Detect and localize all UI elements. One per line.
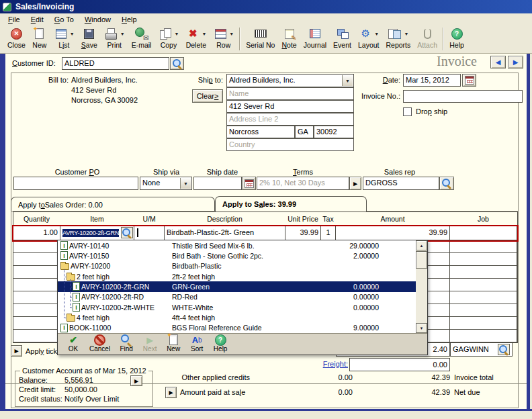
toolbar-button-help[interactable]: Help: [446, 26, 468, 50]
list-item-avry-10200-2ft-grn[interactable]: IAVRY-10200-2ft-GRNGRN-Green0.00000: [58, 281, 416, 291]
table-cell[interactable]: [13, 253, 60, 266]
toolbar-button-attach[interactable]: Attach: [414, 26, 441, 50]
customer-id-input[interactable]: ALDRED: [62, 57, 169, 70]
scrollbar-thumb[interactable]: [416, 251, 427, 269]
toolbar-button-print[interactable]: ▼Print: [101, 26, 128, 50]
table-cell[interactable]: AVRY-10200-2ft-GRN: [60, 226, 134, 240]
table-cell[interactable]: [450, 304, 517, 317]
clear-ship-to-button[interactable]: Clear >: [192, 89, 223, 103]
list-item-book-11000[interactable]: IBOOK-11000BGS Floral Reference Guide9.0…: [58, 323, 416, 333]
scroll-up-button[interactable]: ▲: [416, 240, 427, 250]
table-cell[interactable]: [450, 266, 517, 279]
chevron-down-icon[interactable]: ▼: [342, 75, 353, 86]
toolbar-button-layout[interactable]: ▼Layout: [355, 26, 383, 50]
toolbar-button-list[interactable]: ▼List: [50, 26, 78, 50]
table-cell[interactable]: [13, 266, 60, 279]
table-cell[interactable]: Birdbath-Plastic-2ft- Green: [165, 226, 285, 240]
table-cell[interactable]: 1: [321, 226, 336, 240]
toolbar-button-e-mail[interactable]: E-mail: [128, 26, 155, 50]
lookup-cancel-button[interactable]: Cancel: [89, 334, 110, 353]
list-item-avry-10200-2ft-whte[interactable]: IAVRY-10200-2ft-WHTEWHTE-White0.00000: [58, 302, 416, 312]
ship-to-name-field[interactable]: Name: [226, 87, 354, 100]
table-cell[interactable]: 39.99: [336, 226, 450, 240]
tab-apply-to-sales[interactable]: Apply to Sales: 39.99: [215, 196, 367, 212]
toolbar-button-reports[interactable]: ▼Reports: [383, 26, 414, 50]
table-cell[interactable]: [13, 291, 60, 304]
ship-via-combo[interactable]: None▼: [140, 177, 192, 190]
table-cell[interactable]: [450, 330, 517, 342]
lookup-help-button[interactable]: Help: [213, 334, 228, 353]
lookup-find-button[interactable]: Find: [119, 334, 134, 353]
toolbar-button-event[interactable]: Event: [330, 26, 355, 50]
item-list-scrollbar[interactable]: ▲ ▼: [416, 240, 427, 333]
table-cell[interactable]: [450, 253, 517, 266]
ship-to-address2-field[interactable]: Address Line 2: [226, 113, 354, 126]
table-cell[interactable]: [450, 291, 517, 304]
table-cell[interactable]: [13, 317, 60, 330]
ship-to-zip-field[interactable]: 30092: [314, 126, 354, 138]
list-item-avry-10200-2ft-rd[interactable]: IAVRY-10200-2ft-RDRD-Red0.00000: [58, 292, 416, 302]
apply-tickets-button[interactable]: ▸: [11, 345, 22, 357]
table-cell[interactable]: [450, 317, 517, 330]
next-record-button[interactable]: ▶: [508, 56, 523, 68]
toolbar-button-close[interactable]: Close: [4, 26, 29, 50]
list-item-2-feet-high[interactable]: 2 feet high2ft-2 feet high: [58, 271, 416, 281]
toolbar-button-row[interactable]: ▼Row: [210, 26, 237, 50]
chevron-down-icon[interactable]: ▼: [180, 178, 191, 189]
table-cell[interactable]: [450, 279, 517, 291]
toolbar-button-journal[interactable]: Journal: [300, 26, 330, 50]
menu-go-to[interactable]: Go To: [49, 15, 79, 24]
table-cell[interactable]: [13, 330, 60, 342]
ship-date-input[interactable]: [193, 177, 242, 190]
terms-input[interactable]: 2% 10, Net 30 Days: [257, 177, 349, 190]
freight-link[interactable]: Freight:: [297, 360, 348, 368]
dropdown-arrow-icon[interactable]: ▼: [404, 32, 408, 36]
customer-po-input[interactable]: [13, 177, 138, 190]
drop-ship-checkbox[interactable]: [403, 107, 412, 116]
sales-rep-lookup-button[interactable]: [439, 177, 454, 190]
table-cell[interactable]: [13, 304, 60, 317]
table-cell[interactable]: [13, 240, 60, 253]
ship-to-country-field[interactable]: Country: [226, 138, 354, 151]
menu-file[interactable]: File: [3, 15, 26, 24]
table-cell[interactable]: [134, 226, 165, 240]
list-item-4-feet-high[interactable]: 4 feet high4ft-4 feet high: [58, 312, 416, 322]
toolbar-button-note[interactable]: Note: [278, 26, 300, 50]
ship-to-address1-field[interactable]: 412 Sever Rd: [226, 100, 354, 113]
previous-record-button[interactable]: ◀: [490, 56, 506, 68]
toolbar-button-delete[interactable]: ▼Delete: [182, 26, 210, 50]
menu-edit[interactable]: Edit: [26, 15, 49, 24]
ship-to-city-field[interactable]: Norcross: [226, 126, 295, 138]
dropdown-arrow-icon[interactable]: ▼: [70, 32, 75, 36]
date-input[interactable]: Mar 15, 2012: [403, 74, 461, 87]
menu-help[interactable]: Help: [116, 15, 142, 24]
dropdown-arrow-icon[interactable]: ▼: [229, 32, 234, 36]
customer-id-lookup-button[interactable]: [170, 57, 184, 70]
table-cell[interactable]: [450, 240, 517, 253]
item-lookup-button[interactable]: [121, 227, 133, 238]
toolbar-button-serial-no[interactable]: Serial No: [242, 26, 278, 50]
sales-tax-lookup-button[interactable]: [498, 344, 510, 355]
dropdown-arrow-icon[interactable]: ▼: [202, 32, 206, 36]
scroll-down-button[interactable]: ▼: [416, 323, 427, 333]
invoice-no-input[interactable]: [403, 90, 523, 103]
toolbar-button-copy[interactable]: ▼Copy: [154, 26, 182, 50]
lookup-new-button[interactable]: New: [166, 334, 181, 353]
table-cell[interactable]: 39.99: [285, 226, 321, 240]
list-item-avry-10140[interactable]: IAVRY-10140Thistle Bird Seed Mix-6 lb.29…: [58, 240, 416, 250]
dropdown-arrow-icon[interactable]: ▼: [174, 32, 179, 36]
ship-date-calendar-button[interactable]: [242, 177, 256, 190]
sales-rep-input[interactable]: DGROSS: [363, 177, 439, 190]
dropdown-arrow-icon[interactable]: ▼: [120, 32, 125, 36]
freight-amount-cell[interactable]: 0.00: [349, 358, 450, 371]
dropdown-arrow-icon[interactable]: ▼: [374, 32, 379, 36]
table-cell[interactable]: 1.00: [13, 226, 60, 240]
toolbar-button-new[interactable]: New: [29, 26, 50, 50]
lookup-ok-button[interactable]: OK: [66, 334, 81, 353]
ship-to-state-field[interactable]: GA: [295, 126, 314, 138]
terms-detail-button[interactable]: ▸: [349, 177, 361, 190]
list-item-avry-10150[interactable]: IAVRY-10150Bird Bath - Stone Gothic 2pc.…: [58, 250, 416, 261]
table-cell[interactable]: [13, 279, 60, 291]
date-calendar-button[interactable]: [462, 74, 476, 87]
tab-apply-to-sales-order[interactable]: Apply to Sales Order: 0.00: [11, 197, 215, 212]
